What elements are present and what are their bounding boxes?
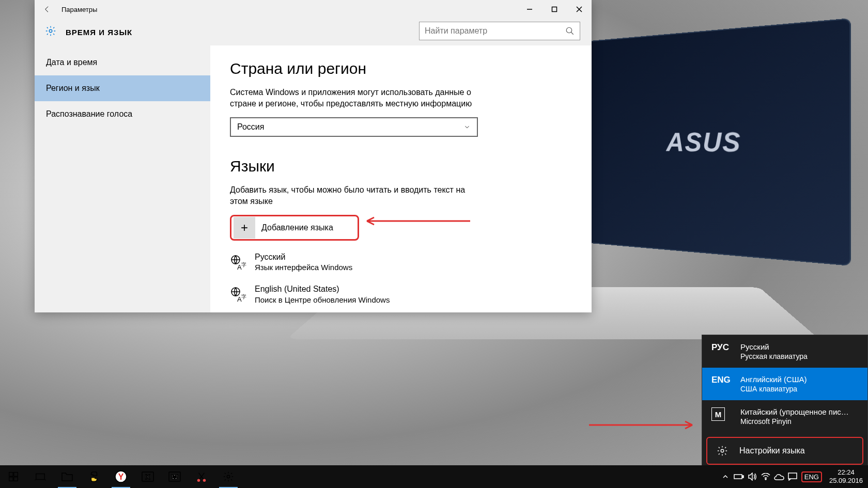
lang-code: ENG bbox=[711, 375, 740, 385]
sidebar: Дата и время Регион и язык Распознавание… bbox=[35, 45, 210, 312]
window-title: Параметры bbox=[61, 6, 97, 13]
clock[interactable]: 22:24 25.09.2016 bbox=[824, 468, 868, 485]
lang-subtitle: США клавиатура bbox=[740, 385, 858, 393]
chevron-down-icon bbox=[463, 123, 471, 131]
region-heading: Страна или регион bbox=[230, 60, 572, 77]
annotation-arrow-icon bbox=[362, 216, 470, 226]
add-language-button[interactable]: + Добавление языка bbox=[230, 215, 359, 241]
sidebar-item-speech[interactable]: Распознавание голоса bbox=[35, 101, 210, 127]
svg-point-23 bbox=[203, 479, 206, 482]
file-explorer-icon[interactable] bbox=[54, 465, 81, 488]
svg-text:Y: Y bbox=[118, 473, 124, 481]
laptop-brand-logo: ASUS bbox=[667, 126, 741, 158]
svg-text:W: W bbox=[172, 473, 178, 481]
language-globe-icon: A字 bbox=[230, 286, 246, 303]
svg-point-22 bbox=[197, 479, 200, 482]
language-item-english[interactable]: A字 English (United States) Поиск в Центр… bbox=[230, 282, 572, 307]
excel-icon[interactable]: X bbox=[134, 465, 161, 488]
maximize-button[interactable] bbox=[542, 0, 567, 19]
lang-option-english[interactable]: ENG Английский (США) США клавиатура bbox=[702, 368, 867, 400]
region-description: Система Windows и приложения могут испол… bbox=[230, 87, 478, 110]
region-dropdown[interactable]: Россия bbox=[230, 117, 478, 137]
sidebar-item-region-language[interactable]: Регион и язык bbox=[35, 75, 210, 101]
svg-rect-14 bbox=[14, 477, 18, 481]
language-item-russian[interactable]: A字 Русский Язык интерфейса Windows bbox=[230, 250, 572, 275]
clock-time: 22:24 bbox=[829, 468, 863, 477]
sidebar-item-datetime[interactable]: Дата и время bbox=[35, 50, 210, 75]
svg-point-10 bbox=[721, 449, 724, 452]
task-view-button[interactable] bbox=[27, 465, 54, 488]
minimize-button[interactable] bbox=[517, 0, 542, 19]
content-area: Страна или регион Система Windows и прил… bbox=[210, 45, 592, 312]
svg-text:字: 字 bbox=[241, 262, 246, 267]
svg-point-27 bbox=[765, 479, 766, 480]
titlebar: Параметры bbox=[35, 0, 592, 19]
svg-point-1 bbox=[49, 29, 52, 33]
yandex-browser-icon[interactable]: Y bbox=[107, 465, 134, 488]
search-input[interactable] bbox=[425, 26, 565, 36]
start-button[interactable] bbox=[0, 465, 27, 488]
sidebar-item-label: Дата и время bbox=[46, 58, 97, 67]
taskbar: Y X W ENG 22:24 25.09.2016 bbox=[0, 465, 868, 488]
wifi-icon[interactable] bbox=[759, 465, 772, 488]
battery-icon[interactable] bbox=[732, 465, 746, 488]
lang-title: Китайский (упрощенное пис… bbox=[740, 407, 858, 416]
add-language-label: Добавление языка bbox=[261, 223, 333, 232]
languages-heading: Языки bbox=[230, 158, 572, 175]
region-value: Россия bbox=[237, 122, 264, 132]
close-button[interactable] bbox=[567, 0, 592, 19]
lang-option-chinese[interactable]: M Китайский (упрощенное пис… Microsoft P… bbox=[702, 400, 867, 433]
tray-expand-icon[interactable] bbox=[719, 465, 732, 488]
gear-icon bbox=[717, 445, 728, 456]
header-title: ВРЕМЯ И ЯЗЫК bbox=[66, 28, 132, 37]
header: ВРЕМЯ И ЯЗЫК bbox=[35, 19, 592, 45]
lang-subtitle: Русская клавиатура bbox=[740, 352, 858, 360]
sidebar-item-label: Распознавание голоса bbox=[46, 109, 132, 119]
svg-rect-12 bbox=[14, 473, 18, 477]
languages-description: Добавить язык, чтобы можно было читать и… bbox=[230, 184, 478, 208]
svg-rect-13 bbox=[9, 477, 13, 481]
svg-text:字: 字 bbox=[241, 294, 246, 300]
snipping-tool-icon[interactable] bbox=[188, 465, 215, 488]
language-name: English (United States) bbox=[255, 284, 390, 295]
svg-point-2 bbox=[566, 27, 572, 33]
language-settings-label: Настройки языка bbox=[739, 446, 805, 455]
svg-rect-26 bbox=[742, 476, 743, 478]
svg-rect-28 bbox=[788, 473, 797, 479]
language-indicator[interactable]: ENG bbox=[801, 471, 822, 482]
volume-icon[interactable] bbox=[746, 465, 759, 488]
language-switcher-popup: РУС Русский Русская клавиатура ENG Англи… bbox=[702, 335, 868, 469]
settings-window: Параметры ВРЕМЯ И ЯЗЫК Дата и время Реги… bbox=[35, 0, 592, 312]
word-icon[interactable]: W bbox=[161, 465, 188, 488]
search-box[interactable] bbox=[419, 22, 580, 40]
lang-code: РУС bbox=[711, 342, 740, 353]
lang-title: Русский bbox=[740, 342, 858, 351]
back-button[interactable] bbox=[35, 0, 59, 19]
language-name: Русский bbox=[255, 252, 352, 263]
svg-point-24 bbox=[227, 475, 230, 478]
gear-icon bbox=[45, 25, 56, 39]
plus-icon: + bbox=[234, 217, 255, 239]
svg-rect-25 bbox=[734, 475, 742, 479]
svg-text:X: X bbox=[146, 473, 150, 481]
python-icon[interactable] bbox=[81, 465, 107, 488]
lang-option-russian[interactable]: РУС Русский Русская клавиатура bbox=[702, 335, 867, 368]
action-center-icon[interactable] bbox=[786, 465, 799, 488]
language-description: Язык интерфейса Windows bbox=[255, 262, 352, 273]
language-description: Поиск в Центре обновления Windows bbox=[255, 295, 390, 305]
settings-taskbar-icon[interactable] bbox=[215, 465, 242, 488]
sidebar-item-label: Регион и язык bbox=[46, 84, 100, 93]
language-globe-icon: A字 bbox=[230, 254, 246, 271]
annotation-arrow-icon bbox=[589, 420, 703, 430]
svg-rect-0 bbox=[552, 7, 557, 12]
svg-rect-11 bbox=[9, 473, 13, 477]
clock-date: 25.09.2016 bbox=[829, 477, 863, 485]
lang-title: Английский (США) bbox=[740, 375, 858, 384]
language-settings-button[interactable]: Настройки языка bbox=[706, 437, 863, 465]
lang-code: M bbox=[711, 407, 725, 421]
search-icon bbox=[565, 26, 575, 36]
lang-subtitle: Microsoft Pinyin bbox=[740, 417, 858, 426]
onedrive-icon[interactable] bbox=[772, 465, 786, 488]
svg-rect-15 bbox=[36, 474, 45, 480]
